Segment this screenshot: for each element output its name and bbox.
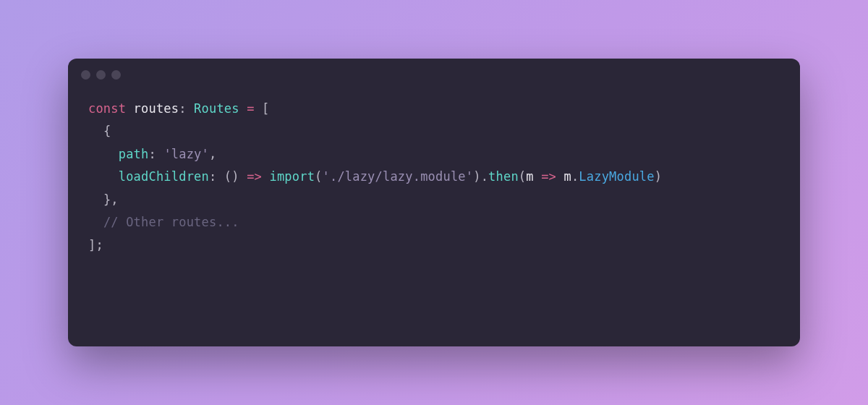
colon: : xyxy=(209,169,224,184)
indent xyxy=(88,124,103,138)
indent xyxy=(88,147,119,161)
call-then: then xyxy=(488,169,519,184)
equals: = xyxy=(239,101,262,116)
parens: () xyxy=(224,169,247,184)
lparen: ( xyxy=(315,169,322,184)
code-window: const routes: Routes = [ { path: 'lazy',… xyxy=(68,59,800,346)
code-line-6: // Other routes... xyxy=(88,211,780,234)
arrow: => xyxy=(247,169,262,184)
colon: : xyxy=(149,147,164,161)
indent xyxy=(88,169,119,184)
keyword-const: const xyxy=(88,101,126,116)
param-m2: m xyxy=(556,169,571,184)
code-line-1: const routes: Routes = [ xyxy=(88,98,780,120)
param-m: m xyxy=(526,169,541,184)
close-icon[interactable] xyxy=(81,70,90,80)
code-line-7: ]; xyxy=(88,234,780,257)
maximize-icon[interactable] xyxy=(111,70,121,80)
colon: : xyxy=(179,101,194,116)
arrow2: => xyxy=(541,169,556,184)
lparen2: ( xyxy=(519,169,526,184)
var-routes: routes xyxy=(126,101,179,116)
type-routes: Routes xyxy=(194,101,239,116)
code-content: const routes: Routes = [ { path: 'lazy',… xyxy=(68,90,800,277)
brace-open: { xyxy=(103,124,111,138)
comment: // Other routes... xyxy=(103,215,239,229)
code-line-5: }, xyxy=(88,189,780,211)
dot2: . xyxy=(571,169,579,184)
indent xyxy=(88,215,103,229)
window-titlebar xyxy=(68,59,800,90)
prop-loadchildren: loadChildren xyxy=(119,169,209,184)
string-lazy: 'lazy' xyxy=(163,147,209,161)
class-lazymodule: LazyModule xyxy=(579,169,654,184)
prop-path: path xyxy=(119,147,149,161)
minimize-icon[interactable] xyxy=(96,70,106,80)
indent xyxy=(88,192,103,207)
space xyxy=(262,169,269,184)
brace-close: }, xyxy=(103,192,119,207)
rparen: ) xyxy=(473,169,480,184)
bracket-open: [ xyxy=(262,101,269,116)
bracket-close: ]; xyxy=(88,238,103,252)
dot: . xyxy=(481,169,488,184)
code-line-3: path: 'lazy', xyxy=(88,143,780,166)
keyword-import: import xyxy=(269,169,315,184)
string-module: './lazy/lazy.module' xyxy=(323,169,474,184)
code-line-4: loadChildren: () => import('./lazy/lazy.… xyxy=(88,166,780,188)
comma: , xyxy=(209,147,216,161)
code-line-2: { xyxy=(88,120,780,142)
rparen2: ) xyxy=(655,169,662,184)
